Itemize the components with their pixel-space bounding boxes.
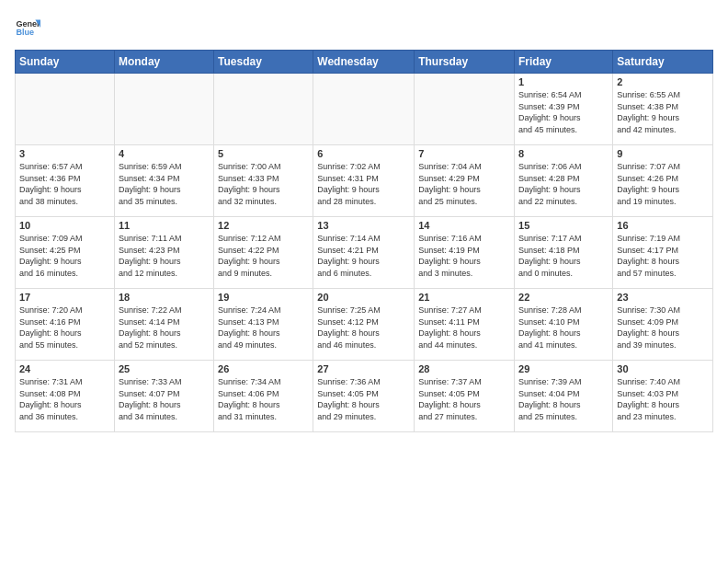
calendar-cell: 18Sunrise: 7:22 AM Sunset: 4:14 PM Dayli… xyxy=(114,289,213,361)
day-info: Sunrise: 7:30 AM Sunset: 4:09 PM Dayligh… xyxy=(617,304,709,350)
page-container: General Blue SundayMondayTuesdayWednesda… xyxy=(0,0,728,440)
day-number: 8 xyxy=(518,148,609,159)
calendar-week-2: 3Sunrise: 6:57 AM Sunset: 4:36 PM Daylig… xyxy=(16,145,713,217)
day-number: 22 xyxy=(518,292,609,303)
day-number: 28 xyxy=(418,363,510,374)
day-number: 9 xyxy=(617,148,709,159)
day-info: Sunrise: 7:20 AM Sunset: 4:16 PM Dayligh… xyxy=(19,304,110,350)
calendar-header-row: SundayMondayTuesdayWednesdayThursdayFrid… xyxy=(16,51,713,74)
day-number: 19 xyxy=(218,292,309,303)
weekday-header-tuesday: Tuesday xyxy=(214,51,313,74)
day-number: 29 xyxy=(518,363,609,374)
day-info: Sunrise: 7:24 AM Sunset: 4:13 PM Dayligh… xyxy=(218,304,309,350)
svg-text:Blue: Blue xyxy=(16,28,34,37)
calendar-cell: 6Sunrise: 7:02 AM Sunset: 4:31 PM Daylig… xyxy=(313,145,415,217)
day-number: 3 xyxy=(19,148,110,159)
day-info: Sunrise: 7:19 AM Sunset: 4:17 PM Dayligh… xyxy=(617,233,709,279)
calendar-cell: 12Sunrise: 7:12 AM Sunset: 4:22 PM Dayli… xyxy=(214,217,313,289)
calendar-week-1: 1Sunrise: 6:54 AM Sunset: 4:39 PM Daylig… xyxy=(16,74,713,145)
day-info: Sunrise: 7:00 AM Sunset: 4:33 PM Dayligh… xyxy=(218,161,309,207)
calendar-cell: 28Sunrise: 7:37 AM Sunset: 4:05 PM Dayli… xyxy=(415,361,515,432)
day-info: Sunrise: 7:34 AM Sunset: 4:06 PM Dayligh… xyxy=(218,376,309,422)
day-info: Sunrise: 7:33 AM Sunset: 4:07 PM Dayligh… xyxy=(119,376,210,422)
calendar-cell xyxy=(16,74,115,145)
day-info: Sunrise: 7:06 AM Sunset: 4:28 PM Dayligh… xyxy=(518,161,609,207)
day-number: 2 xyxy=(617,76,709,87)
calendar-cell: 3Sunrise: 6:57 AM Sunset: 4:36 PM Daylig… xyxy=(16,145,115,217)
day-number: 24 xyxy=(19,363,110,374)
calendar-cell: 23Sunrise: 7:30 AM Sunset: 4:09 PM Dayli… xyxy=(613,289,713,361)
day-number: 30 xyxy=(617,363,709,374)
calendar-cell: 7Sunrise: 7:04 AM Sunset: 4:29 PM Daylig… xyxy=(415,145,515,217)
weekday-header-monday: Monday xyxy=(114,51,213,74)
day-number: 4 xyxy=(119,148,210,159)
weekday-header-sunday: Sunday xyxy=(16,51,115,74)
day-number: 25 xyxy=(119,363,210,374)
calendar-cell: 25Sunrise: 7:33 AM Sunset: 4:07 PM Dayli… xyxy=(114,361,213,432)
calendar-cell: 19Sunrise: 7:24 AM Sunset: 4:13 PM Dayli… xyxy=(214,289,313,361)
header: General Blue xyxy=(15,15,713,40)
calendar-cell: 26Sunrise: 7:34 AM Sunset: 4:06 PM Dayli… xyxy=(214,361,313,432)
day-number: 7 xyxy=(418,148,510,159)
day-info: Sunrise: 6:54 AM Sunset: 4:39 PM Dayligh… xyxy=(518,89,609,135)
calendar-cell: 21Sunrise: 7:27 AM Sunset: 4:11 PM Dayli… xyxy=(415,289,515,361)
calendar-week-4: 17Sunrise: 7:20 AM Sunset: 4:16 PM Dayli… xyxy=(16,289,713,361)
calendar: SundayMondayTuesdayWednesdayThursdayFrid… xyxy=(15,50,713,432)
day-number: 10 xyxy=(19,220,110,231)
day-info: Sunrise: 7:16 AM Sunset: 4:19 PM Dayligh… xyxy=(418,233,510,279)
day-number: 27 xyxy=(317,363,410,374)
weekday-header-saturday: Saturday xyxy=(613,51,713,74)
weekday-header-thursday: Thursday xyxy=(415,51,515,74)
day-info: Sunrise: 7:14 AM Sunset: 4:21 PM Dayligh… xyxy=(317,233,410,279)
day-number: 18 xyxy=(119,292,210,303)
day-number: 16 xyxy=(617,220,709,231)
calendar-cell: 11Sunrise: 7:11 AM Sunset: 4:23 PM Dayli… xyxy=(114,217,213,289)
day-number: 15 xyxy=(518,220,609,231)
day-info: Sunrise: 7:22 AM Sunset: 4:14 PM Dayligh… xyxy=(119,304,210,350)
day-number: 11 xyxy=(119,220,210,231)
day-info: Sunrise: 6:55 AM Sunset: 4:38 PM Dayligh… xyxy=(617,89,709,135)
day-info: Sunrise: 7:09 AM Sunset: 4:25 PM Dayligh… xyxy=(19,233,110,279)
day-info: Sunrise: 6:57 AM Sunset: 4:36 PM Dayligh… xyxy=(19,161,110,207)
calendar-cell: 16Sunrise: 7:19 AM Sunset: 4:17 PM Dayli… xyxy=(613,217,713,289)
day-number: 21 xyxy=(418,292,510,303)
day-number: 23 xyxy=(617,292,709,303)
calendar-cell: 8Sunrise: 7:06 AM Sunset: 4:28 PM Daylig… xyxy=(515,145,613,217)
logo: General Blue xyxy=(15,15,40,40)
day-number: 13 xyxy=(317,220,410,231)
calendar-cell: 17Sunrise: 7:20 AM Sunset: 4:16 PM Dayli… xyxy=(16,289,115,361)
day-number: 14 xyxy=(418,220,510,231)
weekday-header-wednesday: Wednesday xyxy=(313,51,415,74)
day-info: Sunrise: 7:02 AM Sunset: 4:31 PM Dayligh… xyxy=(317,161,410,207)
calendar-cell: 1Sunrise: 6:54 AM Sunset: 4:39 PM Daylig… xyxy=(515,74,613,145)
calendar-cell: 27Sunrise: 7:36 AM Sunset: 4:05 PM Dayli… xyxy=(313,361,415,432)
calendar-cell: 30Sunrise: 7:40 AM Sunset: 4:03 PM Dayli… xyxy=(613,361,713,432)
day-number: 17 xyxy=(19,292,110,303)
day-info: Sunrise: 7:11 AM Sunset: 4:23 PM Dayligh… xyxy=(119,233,210,279)
day-number: 26 xyxy=(218,363,309,374)
day-info: Sunrise: 7:37 AM Sunset: 4:05 PM Dayligh… xyxy=(418,376,510,422)
calendar-cell: 20Sunrise: 7:25 AM Sunset: 4:12 PM Dayli… xyxy=(313,289,415,361)
calendar-cell: 24Sunrise: 7:31 AM Sunset: 4:08 PM Dayli… xyxy=(16,361,115,432)
day-number: 6 xyxy=(317,148,410,159)
day-info: Sunrise: 7:39 AM Sunset: 4:04 PM Dayligh… xyxy=(518,376,609,422)
calendar-cell xyxy=(415,74,515,145)
calendar-cell: 2Sunrise: 6:55 AM Sunset: 4:38 PM Daylig… xyxy=(613,74,713,145)
day-info: Sunrise: 7:04 AM Sunset: 4:29 PM Dayligh… xyxy=(418,161,510,207)
calendar-cell: 9Sunrise: 7:07 AM Sunset: 4:26 PM Daylig… xyxy=(613,145,713,217)
day-number: 1 xyxy=(518,76,609,87)
weekday-header-friday: Friday xyxy=(515,51,613,74)
calendar-cell xyxy=(214,74,313,145)
calendar-cell: 22Sunrise: 7:28 AM Sunset: 4:10 PM Dayli… xyxy=(515,289,613,361)
day-info: Sunrise: 7:36 AM Sunset: 4:05 PM Dayligh… xyxy=(317,376,410,422)
day-info: Sunrise: 7:17 AM Sunset: 4:18 PM Dayligh… xyxy=(518,233,609,279)
calendar-cell: 5Sunrise: 7:00 AM Sunset: 4:33 PM Daylig… xyxy=(214,145,313,217)
calendar-cell: 14Sunrise: 7:16 AM Sunset: 4:19 PM Dayli… xyxy=(415,217,515,289)
day-info: Sunrise: 7:27 AM Sunset: 4:11 PM Dayligh… xyxy=(418,304,510,350)
day-info: Sunrise: 7:28 AM Sunset: 4:10 PM Dayligh… xyxy=(518,304,609,350)
calendar-cell: 10Sunrise: 7:09 AM Sunset: 4:25 PM Dayli… xyxy=(16,217,115,289)
logo-icon: General Blue xyxy=(15,15,40,40)
day-info: Sunrise: 7:12 AM Sunset: 4:22 PM Dayligh… xyxy=(218,233,309,279)
day-info: Sunrise: 7:31 AM Sunset: 4:08 PM Dayligh… xyxy=(19,376,110,422)
calendar-week-3: 10Sunrise: 7:09 AM Sunset: 4:25 PM Dayli… xyxy=(16,217,713,289)
